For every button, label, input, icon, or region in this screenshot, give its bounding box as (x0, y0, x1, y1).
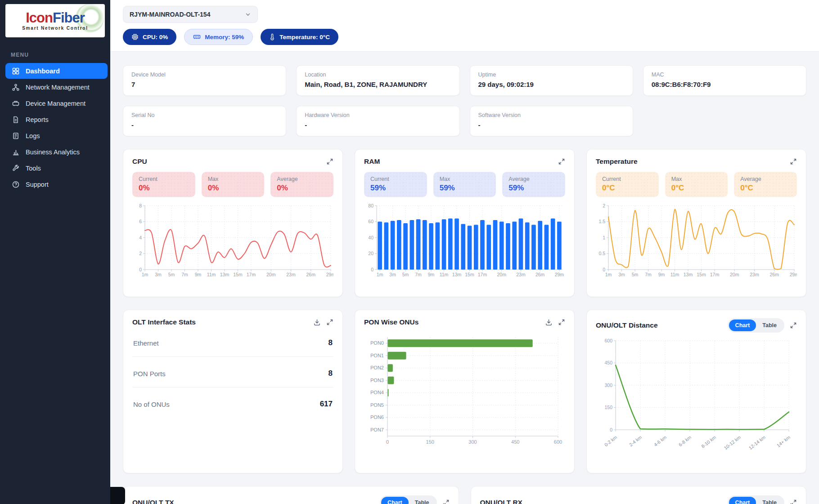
sidebar-item-label: Tools (26, 165, 41, 172)
temperature-max-tile: Max0°C (665, 172, 728, 197)
distance-chart-table-toggle[interactable]: Chart Table (728, 318, 784, 333)
svg-text:450: 450 (604, 360, 612, 365)
rx-toggle-chart-button[interactable]: Chart (729, 497, 756, 504)
svg-text:450: 450 (511, 439, 519, 445)
brand-name: IconFiber (26, 11, 85, 25)
tile-value: 59% (440, 184, 490, 193)
temperature-average-tile: Average0°C (734, 172, 797, 197)
expand-icon[interactable] (558, 158, 565, 165)
rx-toggle-table-button[interactable]: Table (756, 497, 783, 504)
svg-text:0-2 km: 0-2 km (603, 434, 618, 447)
svg-text:PON0: PON0 (370, 340, 384, 346)
ram-current-tile: Current59% (364, 172, 427, 197)
svg-text:2-4 km: 2-4 km (628, 434, 643, 447)
expand-icon[interactable] (558, 319, 565, 326)
svg-text:29m: 29m (555, 272, 564, 277)
info-label: Hardware Version (305, 112, 451, 118)
sidebar-item-tools[interactable]: Tools (5, 160, 108, 176)
olt-interface-stats-card: OLT Interface Stats Ethernet 8 PON Ports… (123, 310, 343, 473)
tile-value: 0°C (671, 184, 722, 193)
cpu-stat-tiles: Current0% Max0% Average0% (132, 172, 333, 197)
cpu-max-tile: Max0% (202, 172, 265, 197)
svg-text:7m: 7m (645, 272, 652, 277)
device-icon (12, 99, 20, 108)
tile-value: 59% (370, 184, 421, 193)
brand-logo[interactable]: IconFiber Smart Network Control (5, 4, 105, 37)
distance-line-chart[interactable]: 01503004506000-2 km2-4 km4-6 km6-8 km8-1… (596, 336, 797, 459)
rx-chart-table-toggle[interactable]: Chart Table (728, 495, 784, 504)
tx-toggle-chart-button[interactable]: Chart (381, 497, 409, 504)
svg-text:1: 1 (603, 235, 605, 240)
temperature-status-pill[interactable]: Temperature: 0°C (261, 29, 338, 45)
distance-toggle-chart-button[interactable]: Chart (729, 320, 756, 331)
svg-text:11m: 11m (670, 272, 680, 277)
svg-text:6-8 km: 6-8 km (678, 434, 693, 447)
svg-text:15m: 15m (697, 272, 706, 277)
svg-text:11m: 11m (207, 272, 216, 277)
sidebar-item-support[interactable]: Support (5, 176, 108, 192)
memory-status-pill[interactable]: Memory: 59% (184, 29, 253, 45)
svg-text:1m: 1m (605, 272, 612, 277)
support-icon (12, 180, 20, 189)
ram-max-tile: Max59% (433, 172, 496, 197)
pon-wise-onus-card: PON Wise ONUs 0150300450600PON0PON1PON2P… (355, 310, 575, 473)
svg-text:8: 8 (139, 203, 142, 208)
expand-icon[interactable] (326, 158, 333, 165)
cpu-line-chart[interactable]: 024681m3m5m7m9m11m13m15m17m20m23m26m29m (132, 202, 333, 279)
menu-section-label: MENU (0, 45, 110, 63)
info-value: Main, Road, B1, ZONE, RAJAMUNDRY (305, 81, 451, 88)
chevron-down-icon (245, 11, 251, 18)
svg-text:150: 150 (426, 439, 434, 445)
svg-text:20: 20 (368, 251, 374, 256)
reports-icon (12, 116, 20, 124)
info-card-mac: MAC 08:9C:B6:F8:70:F9 (643, 65, 806, 96)
distance-toggle-table-button[interactable]: Table (756, 320, 783, 331)
expand-icon[interactable] (790, 499, 797, 504)
brand-part-fiber: Fiber (53, 10, 85, 26)
svg-text:29m: 29m (790, 272, 797, 277)
expand-icon[interactable] (790, 322, 797, 329)
cpu-status-pill[interactable]: CPU: 0% (123, 29, 176, 45)
svg-text:9m: 9m (195, 272, 202, 277)
svg-text:600: 600 (604, 338, 612, 343)
temperature-line-chart[interactable]: 00.511.521m3m5m7m9m11m13m15m17m20m23m26m… (596, 202, 797, 279)
tile-label: Current (370, 176, 421, 182)
tx-toggle-table-button[interactable]: Table (409, 497, 436, 504)
svg-text:0: 0 (610, 427, 612, 432)
tx-chart-table-toggle[interactable]: Chart Table (380, 495, 436, 504)
svg-text:0: 0 (386, 439, 389, 445)
sidebar-item-reports[interactable]: Reports (5, 112, 108, 127)
tile-value: 0°C (602, 184, 652, 193)
sidebar-item-business-analytics[interactable]: Business Analytics (5, 144, 108, 160)
sidebar-item-logs[interactable]: Logs (5, 128, 108, 144)
secondary-charts-row: OLT Interface Stats Ethernet 8 PON Ports… (123, 310, 806, 473)
svg-text:7m: 7m (415, 272, 422, 277)
svg-text:8-10 km: 8-10 km (700, 434, 717, 449)
ram-bar-chart[interactable]: 0204060801m3m5m7m9m11m13m15m17m20m23m26m… (364, 202, 565, 279)
sidebar-item-device-management[interactable]: Device Management (5, 95, 108, 111)
ram-average-tile: Average59% (502, 172, 565, 197)
svg-text:0.5: 0.5 (598, 251, 605, 256)
tile-value: 0% (139, 184, 189, 193)
sidebar-item-label: Logs (26, 132, 40, 140)
olt-stat-row-pon-ports: PON Ports 8 (132, 357, 333, 387)
expand-icon[interactable] (442, 499, 450, 504)
device-selector-dropdown[interactable]: RJYM-MAINROAD-OLT-154 (123, 6, 258, 23)
sidebar-item-network-management[interactable]: Network Management (5, 79, 108, 95)
pon-horizontal-bar-chart[interactable]: 0150300450600PON0PON1PON2PON3PON4PON5PON… (364, 333, 565, 449)
svg-text:1m: 1m (377, 272, 383, 277)
download-icon[interactable] (545, 319, 553, 326)
tile-label: Max (671, 176, 722, 182)
svg-text:5m: 5m (632, 272, 639, 277)
onu-olt-rx-card: ONU/OLT RX Chart Table (471, 486, 807, 504)
expand-icon[interactable] (790, 158, 797, 165)
expand-icon[interactable] (326, 319, 333, 326)
temperature-pill-label: Temperature: 0°C (279, 34, 330, 40)
download-icon[interactable] (313, 319, 321, 326)
sidebar-item-label: Dashboard (26, 68, 60, 75)
svg-text:2: 2 (603, 203, 605, 208)
bottom-left-widget[interactable] (110, 487, 125, 504)
sidebar-item-dashboard[interactable]: Dashboard (5, 63, 108, 79)
info-card-uptime: Uptime 29 days, 09:02:19 (470, 65, 633, 96)
device-info-grid: Device Model 7 Location Main, Road, B1, … (123, 65, 806, 136)
